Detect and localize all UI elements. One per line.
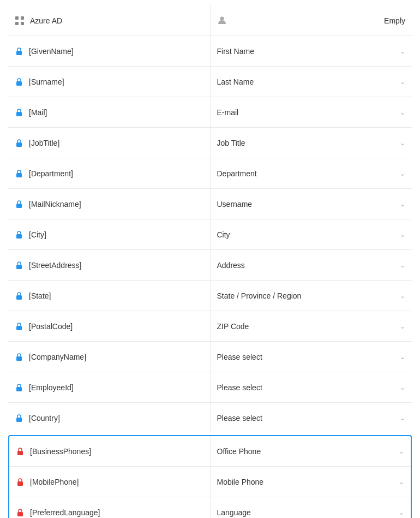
highlighted-section: [BusinessPhones]Office Phone⌄ [MobilePho… bbox=[8, 435, 412, 518]
svg-rect-20 bbox=[17, 512, 23, 516]
svg-rect-19 bbox=[17, 481, 23, 486]
left-cell-business-phones: [BusinessPhones] bbox=[9, 436, 211, 466]
svg-rect-0 bbox=[15, 16, 19, 20]
field-target-business-phones: Office Phone bbox=[217, 447, 261, 456]
main-rows: Azure AD Emply [GivenName]First Name⌄ [S… bbox=[8, 5, 412, 433]
chevron-down-icon: ⌄ bbox=[400, 109, 405, 116]
left-cell-mail: [Mail] bbox=[8, 97, 211, 127]
right-cell-business-phones[interactable]: Office Phone⌄ bbox=[211, 436, 411, 466]
svg-rect-8 bbox=[16, 142, 22, 147]
right-cell-mobile-phone[interactable]: Mobile Phone⌄ bbox=[211, 467, 411, 497]
left-cell-mobile-phone: [MobilePhone] bbox=[9, 467, 211, 497]
left-cell-postal-code: [PostalCode] bbox=[8, 311, 211, 341]
left-cell-street-address: [StreetAddress] bbox=[8, 250, 211, 280]
row-city: [City]City⌄ bbox=[8, 219, 412, 250]
field-target-street-address: Address bbox=[217, 261, 245, 270]
right-cell-city[interactable]: City⌄ bbox=[211, 219, 412, 249]
right-cell-mail-nickname[interactable]: Username⌄ bbox=[211, 189, 412, 219]
field-source-city: [City] bbox=[29, 230, 46, 239]
chevron-down-icon: ⌄ bbox=[400, 323, 405, 330]
chevron-down-icon: ⌄ bbox=[400, 292, 405, 300]
field-target-surname: Last Name bbox=[217, 78, 254, 86]
chevron-down-icon: ⌄ bbox=[400, 414, 405, 422]
chevron-down-icon: ⌄ bbox=[400, 261, 405, 269]
field-source-employee-id: [EmployeeId] bbox=[29, 383, 74, 392]
field-source-given-name: [GivenName] bbox=[29, 47, 74, 56]
chevron-down-icon: ⌄ bbox=[400, 139, 405, 147]
row-surname: [Surname]Last Name⌄ bbox=[8, 67, 412, 97]
field-target-azure-ad: Emply bbox=[384, 16, 405, 25]
row-preferred-language: [PreferredLanguage]Language⌄ bbox=[9, 497, 411, 518]
chevron-down-icon: ⌄ bbox=[400, 200, 405, 208]
chevron-down-icon: ⌄ bbox=[399, 509, 404, 516]
row-mobile-phone: [MobilePhone]Mobile Phone⌄ bbox=[9, 467, 411, 497]
right-cell-street-address[interactable]: Address⌄ bbox=[211, 250, 412, 280]
row-state: [State]State / Province / Region⌄ bbox=[8, 281, 412, 311]
right-cell-job-title[interactable]: Job Title⌄ bbox=[211, 128, 412, 158]
left-cell-department: [Department] bbox=[8, 158, 211, 188]
field-source-azure-ad: Azure AD bbox=[30, 16, 62, 25]
row-mail-nickname: [MailNickname]Username⌄ bbox=[8, 189, 412, 219]
mapping-container: Azure AD Emply [GivenName]First Name⌄ [S… bbox=[0, 0, 420, 518]
right-cell-azure-ad: Emply bbox=[211, 5, 412, 35]
field-source-mail-nickname: [MailNickname] bbox=[29, 200, 81, 209]
chevron-down-icon: ⌄ bbox=[400, 384, 405, 391]
chevron-down-icon: ⌄ bbox=[400, 47, 405, 55]
left-cell-given-name: [GivenName] bbox=[8, 36, 211, 66]
right-cell-mail[interactable]: E-mail⌄ bbox=[211, 97, 412, 127]
left-cell-employee-id: [EmployeeId] bbox=[8, 372, 211, 402]
svg-rect-12 bbox=[16, 265, 22, 269]
svg-rect-5 bbox=[16, 51, 22, 55]
field-target-postal-code: ZIP Code bbox=[217, 322, 249, 331]
right-cell-country[interactable]: Please select⌄ bbox=[211, 403, 412, 433]
right-cell-company-name[interactable]: Please select⌄ bbox=[211, 342, 412, 372]
field-target-city: City bbox=[217, 230, 230, 239]
field-target-job-title: Job Title bbox=[217, 139, 245, 147]
field-target-country: Please select bbox=[217, 414, 262, 422]
field-target-mobile-phone: Mobile Phone bbox=[217, 478, 264, 486]
svg-rect-2 bbox=[15, 22, 19, 25]
row-street-address: [StreetAddress]Address⌄ bbox=[8, 250, 412, 281]
left-cell-company-name: [CompanyName] bbox=[8, 342, 211, 372]
row-azure-ad: Azure AD Emply bbox=[8, 5, 412, 36]
row-company-name: [CompanyName]Please select⌄ bbox=[8, 342, 412, 372]
svg-rect-3 bbox=[21, 22, 24, 25]
field-source-job-title: [JobTitle] bbox=[29, 139, 59, 147]
row-postal-code: [PostalCode]ZIP Code⌄ bbox=[8, 311, 412, 342]
chevron-down-icon: ⌄ bbox=[400, 170, 405, 177]
svg-rect-9 bbox=[16, 173, 22, 177]
left-cell-state: [State] bbox=[8, 281, 211, 311]
right-cell-employee-id[interactable]: Please select⌄ bbox=[211, 372, 412, 402]
field-source-surname: [Surname] bbox=[29, 78, 64, 86]
right-cell-given-name[interactable]: First Name⌄ bbox=[211, 36, 412, 66]
row-country: [Country]Please select⌄ bbox=[8, 403, 412, 433]
field-source-business-phones: [BusinessPhones] bbox=[30, 447, 91, 456]
field-target-company-name: Please select bbox=[217, 353, 262, 361]
field-target-employee-id: Please select bbox=[217, 383, 262, 392]
left-cell-mail-nickname: [MailNickname] bbox=[8, 189, 211, 219]
row-employee-id: [EmployeeId]Please select⌄ bbox=[8, 372, 412, 403]
svg-rect-15 bbox=[16, 356, 22, 361]
right-cell-department[interactable]: Department⌄ bbox=[211, 158, 412, 188]
chevron-down-icon: ⌄ bbox=[400, 353, 405, 361]
chevron-down-icon: ⌄ bbox=[399, 478, 404, 486]
field-source-company-name: [CompanyName] bbox=[29, 353, 86, 361]
svg-rect-13 bbox=[16, 295, 22, 300]
svg-rect-16 bbox=[16, 387, 22, 391]
right-cell-surname[interactable]: Last Name⌄ bbox=[211, 67, 412, 97]
right-cell-postal-code[interactable]: ZIP Code⌄ bbox=[211, 311, 412, 341]
chevron-down-icon: ⌄ bbox=[400, 231, 405, 239]
svg-point-4 bbox=[220, 16, 224, 20]
field-source-preferred-language: [PreferredLanguage] bbox=[30, 508, 100, 517]
field-target-state: State / Province / Region bbox=[217, 291, 302, 300]
right-cell-state[interactable]: State / Province / Region⌄ bbox=[211, 281, 412, 311]
row-mail: [Mail]E-mail⌄ bbox=[8, 97, 412, 128]
right-cell-preferred-language[interactable]: Language⌄ bbox=[211, 497, 411, 518]
row-business-phones: [BusinessPhones]Office Phone⌄ bbox=[9, 436, 411, 467]
field-source-postal-code: [PostalCode] bbox=[29, 322, 73, 331]
field-source-department: [Department] bbox=[29, 169, 73, 178]
field-target-mail-nickname: Username bbox=[217, 200, 253, 209]
field-target-preferred-language: Language bbox=[217, 508, 251, 517]
row-given-name: [GivenName]First Name⌄ bbox=[8, 36, 412, 67]
left-cell-country: [Country] bbox=[8, 403, 211, 433]
